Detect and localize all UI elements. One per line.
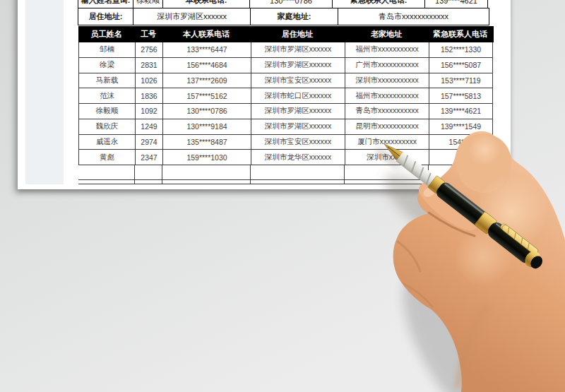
table-cell[interactable]: 深圳市罗湖区xxxxxx <box>251 58 345 73</box>
pen-cap <box>485 220 538 266</box>
table-cell[interactable]: 130****0786 <box>163 104 251 119</box>
table-cell[interactable]: 深圳市罗湖区xxxxxx <box>251 119 345 135</box>
table-cell[interactable]: 昆明市xxxxxxxxxxx <box>345 119 429 135</box>
contact-sheet: 输入姓名查询: 徐毅顺 本联系电话: 130****0786 紧急联系人电话: … <box>78 0 494 184</box>
pen-center-band <box>475 211 497 234</box>
table-row: 黄彪2347159****1030深圳市龙华区xxxxxx深圳市xxxxx <box>79 150 494 165</box>
table-cell[interactable]: 1249 <box>136 119 163 135</box>
table-cell[interactable]: 深圳市龙华区xxxxxx <box>251 150 345 165</box>
column-header: 员工姓名 <box>78 26 135 42</box>
table-cell[interactable]: 135****8487 <box>163 135 251 150</box>
table-cell[interactable]: 厦门市xxxxxxxxxx <box>345 135 429 150</box>
pen-end-tip <box>528 254 545 271</box>
table-cell[interactable]: 1092 <box>136 104 163 119</box>
table-cell[interactable]: 魏欣庆 <box>79 119 136 135</box>
column-header: 居住地址 <box>251 26 345 42</box>
table-cell[interactable]: 157****5162 <box>163 88 251 104</box>
table-cell[interactable]: 广州市xxxxxxxxxxx <box>345 58 429 73</box>
spreadsheet-paper: 输入姓名查询: 徐毅顺 本联系电话: 130****0786 紧急联系人电话: … <box>18 0 511 189</box>
table-cell[interactable]: 深圳市罗湖区xxxxxx <box>251 104 345 119</box>
table-cell[interactable]: 威遥永 <box>79 135 136 150</box>
table-row: 范沫1836157****5162深圳市蛇口区xxxxxx福州市xxxxxxxx… <box>79 88 494 104</box>
table-cell[interactable]: 156****4684 <box>163 58 251 73</box>
lookup-residence-label: 居住地址: <box>78 8 133 25</box>
table-cell[interactable]: 深圳市蛇口区xxxxxx <box>251 88 345 104</box>
table-cell[interactable]: 156****5087 <box>429 58 493 73</box>
partial-row[interactable] <box>78 180 494 184</box>
table-row: 魏欣庆1249130****9184深圳市罗湖区xxxxxx昆明市xxxxxxx… <box>79 119 494 135</box>
table-cell[interactable]: 2756 <box>136 42 163 58</box>
table-cell[interactable]: 2831 <box>136 58 163 73</box>
pen-end-ring <box>522 248 544 270</box>
table-cell[interactable]: 福州市xxxxxxxxxxx <box>345 88 429 104</box>
table-cell[interactable]: 深圳市罗湖区xxxxxx <box>251 42 345 58</box>
cast-shadow <box>375 162 528 392</box>
table-cell[interactable]: 2347 <box>136 150 163 165</box>
pen-clip <box>501 224 540 256</box>
lookup-residence-value[interactable]: 深圳市罗湖区xxxxxx <box>133 8 251 25</box>
table-cell[interactable]: 159****1030 <box>163 150 251 165</box>
table-cell[interactable]: 深圳市xxxxxxxxxxx <box>345 73 429 89</box>
column-header: 紧急联系人电话 <box>429 26 492 42</box>
table-row: 徐梁2831156****4684深圳市罗湖区xxxxxx广州市xxxxxxxx… <box>79 58 494 73</box>
column-header: 工号 <box>135 26 162 42</box>
table-row: 徐毅顺1092130****0786深圳市罗湖区xxxxxx青岛市xxxxxxx… <box>79 104 494 119</box>
table-cell[interactable]: 深圳市宝安区xxxxxx <box>251 135 345 150</box>
table-cell[interactable]: 深圳市宝安区xxxxxx <box>251 73 345 89</box>
table-cell[interactable]: 2974 <box>136 135 163 150</box>
left-margin-panel <box>25 0 64 184</box>
table-cell[interactable]: 137****2609 <box>163 73 251 89</box>
employee-table-header: 员工姓名工号本人联系电话居住地址老家地址紧急联系人电话 <box>78 26 494 42</box>
table-cell[interactable]: 徐毅顺 <box>79 104 136 119</box>
table-cell[interactable]: 153****7119 <box>429 73 493 89</box>
table-cell[interactable]: 133****6447 <box>163 42 251 58</box>
table-cell[interactable]: 154**** <box>429 135 493 150</box>
table-cell[interactable]: 1836 <box>136 88 163 104</box>
empty-row[interactable] <box>78 165 494 180</box>
table-row: 威遥永2974135****8487深圳市宝安区xxxxxx厦门市xxxxxxx… <box>79 135 494 150</box>
lookup-row-2: 居住地址: 深圳市罗湖区xxxxxx 家庭地址: 青岛市xxxxxxxxxxxx <box>78 8 494 25</box>
lookup-home-label: 家庭地址: <box>250 8 338 25</box>
scene: 输入姓名查询: 徐毅顺 本联系电话: 130****0786 紧急联系人电话: … <box>0 0 565 392</box>
table-cell[interactable]: 徐梁 <box>79 58 136 73</box>
table-cell[interactable]: 黄彪 <box>79 150 136 165</box>
table-cell[interactable]: 邹楠 <box>79 42 136 58</box>
table-cell[interactable]: 152****1330 <box>429 42 493 58</box>
table-cell[interactable]: 157****5813 <box>429 88 493 104</box>
table-cell[interactable] <box>429 150 493 165</box>
table-cell[interactable]: 范沫 <box>79 88 136 104</box>
table-row: 马新载1026137****2609深圳市宝安区xxxxxx深圳市xxxxxxx… <box>79 73 494 89</box>
table-cell[interactable]: 福州市xxxxxxxxxxx <box>345 42 429 58</box>
table-cell[interactable]: 深圳市xxxxx <box>345 150 429 165</box>
table-row: 邹楠2756133****6447深圳市罗湖区xxxxxx福州市xxxxxxxx… <box>79 42 494 58</box>
table-cell[interactable]: 139****1549 <box>429 119 493 135</box>
employee-table-body: 邹楠2756133****6447深圳市罗湖区xxxxxx福州市xxxxxxxx… <box>78 42 494 165</box>
table-cell[interactable]: 1026 <box>136 73 163 89</box>
column-header: 老家地址 <box>345 26 429 42</box>
table-cell[interactable]: 马新载 <box>79 73 136 89</box>
table-cell[interactable]: 青岛市xxxxxxxxxxx <box>345 104 429 119</box>
table-cell[interactable]: 139****4621 <box>429 104 493 119</box>
lookup-home-value[interactable]: 青岛市xxxxxxxxxxxx <box>338 8 489 25</box>
column-header: 本人联系电话 <box>162 26 251 42</box>
table-cell[interactable]: 130****9184 <box>163 119 251 135</box>
